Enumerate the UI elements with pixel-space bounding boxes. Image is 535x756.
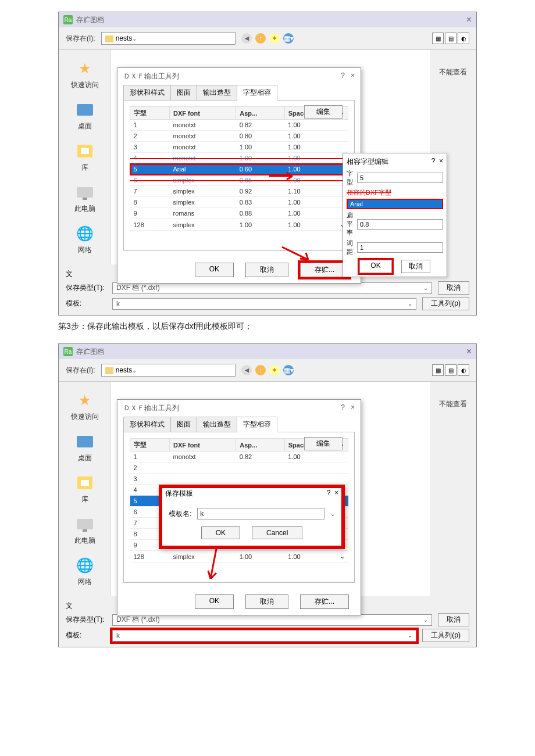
spacing-input[interactable] — [357, 242, 443, 253]
font-type-input[interactable] — [357, 173, 443, 183]
tab-shape[interactable]: 形状和样式 — [123, 417, 171, 432]
fontedit-close-icon[interactable]: × — [439, 157, 443, 165]
table-row[interactable]: 6simplex0.851.00 — [130, 175, 348, 186]
table-row[interactable]: 3 — [130, 474, 348, 485]
template-combo[interactable]: k⌄ — [112, 630, 416, 642]
window-title: 存贮图档 — [76, 347, 104, 357]
filebar-cancel-button[interactable]: 取消 — [438, 613, 469, 626]
table-row[interactable]: 128simplex1.001.00⌄ — [130, 219, 348, 231]
table-row-selected[interactable]: 5Arial0.601.00 — [130, 164, 348, 175]
dxf-cancel-button[interactable]: 取消 — [245, 263, 288, 277]
dxf-help-icon[interactable]: ? — [341, 403, 345, 411]
sidebar-thispc[interactable]: 此电脑 — [74, 515, 95, 546]
toolbar-button[interactable]: 工具列(p) — [422, 629, 469, 642]
view-1-button[interactable]: ▦ — [432, 364, 444, 376]
save-in-label: 保存在(I): — [66, 366, 95, 375]
toolbar-button[interactable]: 工具列(p) — [422, 297, 469, 310]
tab-layer[interactable]: 图面 — [170, 417, 197, 432]
tab-output[interactable]: 输出造型 — [197, 85, 237, 101]
dxf-cancel-button[interactable]: 取消 — [245, 594, 288, 609]
table-row[interactable]: 3monotxt1.001.00 — [130, 142, 348, 153]
tab-shape[interactable]: 形状和样式 — [123, 85, 171, 101]
nav-back-icon[interactable]: ◄ — [241, 365, 252, 375]
app-icon: Ra — [63, 347, 73, 356]
close-icon[interactable]: × — [466, 15, 472, 25]
sidebar-quick[interactable]: ★快速访问 — [71, 59, 99, 90]
dxf-close-icon[interactable]: × — [351, 403, 355, 411]
sidebar-thispc[interactable]: 此电脑 — [74, 183, 95, 214]
template-name-input[interactable] — [197, 508, 324, 519]
sidebar-network[interactable]: 🌐网络 — [76, 556, 94, 587]
fontedit-cancel-button[interactable]: 取消 — [401, 260, 430, 273]
sidebar-network[interactable]: 🌐网络 — [76, 224, 94, 255]
dxf-ok-button[interactable]: OK — [195, 594, 234, 609]
nav-up-icon[interactable]: ↑ — [255, 33, 266, 44]
nav-viewmenu-icon[interactable]: ▦▾ — [283, 33, 294, 44]
tab-output[interactable]: 输出造型 — [197, 417, 237, 432]
dxf-close-icon[interactable]: × — [351, 71, 355, 80]
nav-back-icon[interactable]: ◄ — [241, 33, 252, 44]
view-1-button[interactable]: ▦ — [432, 33, 444, 44]
font-edit-dialog: 相容字型编辑? × 字型 相容的DXF字型 扁平率 词距 OK取消 — [343, 153, 447, 277]
table-row[interactable]: 4monotxt1.001.00 — [130, 153, 348, 164]
table-row[interactable]: 2monotxt0.801.00 — [130, 131, 348, 142]
edit-button[interactable]: 编集 — [304, 437, 343, 450]
tab-layer[interactable]: 图面 — [170, 85, 197, 101]
path-combo[interactable]: nests⌄ — [101, 32, 236, 45]
table-row[interactable]: 9romans0.881.00 — [130, 208, 348, 219]
chevron-down-icon: ⌄ — [132, 367, 137, 374]
tab-font[interactable]: 字型相容 — [237, 417, 277, 432]
sidebar-library[interactable]: 库 — [76, 474, 94, 504]
titlebar: Ra存贮图档 × — [59, 344, 476, 359]
no-preview-label: 不能查看 — [439, 68, 467, 76]
savetpl-cancel-button[interactable]: Cancel — [252, 526, 302, 539]
save-template-dialog: 保存模板? × 模板名:⌄ OKCancel — [159, 485, 345, 549]
view-2-button[interactable]: ▤ — [445, 364, 456, 376]
app-icon: Ra — [63, 15, 73, 24]
flat-input[interactable] — [357, 219, 443, 230]
compat-font-input[interactable] — [347, 199, 443, 209]
nav-newfolder-icon[interactable]: ✦ — [269, 33, 280, 44]
nav-up-icon[interactable]: ↑ — [255, 365, 266, 375]
dxf-ok-button[interactable]: OK — [195, 263, 234, 277]
font-table: 字型DXF fontAsp...Space^ 1monotxt0.821.00 … — [130, 106, 348, 231]
close-icon[interactable]: × — [466, 346, 472, 357]
fontedit-ok-button[interactable]: OK — [359, 260, 391, 273]
table-row[interactable]: 1monotxt0.821.00 — [130, 120, 348, 131]
view-3-button[interactable]: ◐ — [458, 364, 469, 376]
table-row[interactable]: 1monotxt0.821.00 — [130, 452, 348, 463]
tab-font[interactable]: 字型相容 — [237, 85, 277, 101]
table-row[interactable]: 128simplex1.001.00⌄ — [130, 551, 348, 562]
window-title: 存贮图档 — [76, 15, 104, 25]
filebar-cancel-button[interactable]: 取消 — [438, 281, 469, 295]
dxf-save-button[interactable]: 存贮... — [300, 594, 349, 609]
nav-viewmenu-icon[interactable]: ▦▾ — [283, 365, 294, 375]
sidebar-library[interactable]: 库 — [76, 142, 94, 173]
no-preview-label: 不能查看 — [439, 400, 467, 408]
savetpl-ok-button[interactable]: OK — [201, 526, 240, 539]
sidebar-desktop[interactable]: 桌面 — [76, 432, 94, 463]
titlebar: Ra存贮图档 × — [59, 12, 476, 27]
chevron-down-icon: ⌄ — [132, 35, 137, 42]
fontedit-help-icon[interactable]: ? — [431, 157, 436, 165]
sidebar-desktop[interactable]: 桌面 — [76, 101, 94, 131]
nav-newfolder-icon[interactable]: ✦ — [269, 365, 280, 375]
dxf-help-icon[interactable]: ? — [341, 71, 345, 80]
step3-text: 第3步：保存此输出模板，以后保存dxf用此模板即可； — [58, 321, 477, 332]
savetpl-help-icon[interactable]: ? — [327, 489, 331, 497]
edit-button[interactable]: 编集 — [304, 105, 343, 119]
savetpl-close-icon[interactable]: × — [334, 489, 338, 497]
path-combo[interactable]: nests⌄ — [101, 364, 236, 377]
table-row[interactable]: 8simplex0.831.00 — [130, 197, 348, 208]
table-row[interactable]: 2 — [130, 463, 348, 474]
filetype-combo[interactable]: DXF 档 (*.dxf)⌄ — [112, 614, 432, 626]
filetype-combo[interactable]: DXF 档 (*.dxf)⌄ — [112, 282, 432, 294]
template-combo[interactable]: k⌄ — [112, 298, 416, 310]
dxf-tool-dialog: ＤＸＦ输出工具列?× 形状和样式 图面 输出造型 字型相容 编集 字型DXF f… — [117, 399, 361, 615]
save-in-label: 保存在(I): — [66, 34, 95, 44]
dxf-save-button[interactable]: 存贮... — [300, 263, 349, 277]
table-row[interactable]: 7simplex0.921.10 — [130, 186, 348, 197]
view-2-button[interactable]: ▤ — [445, 33, 456, 44]
view-3-button[interactable]: ◐ — [458, 33, 469, 44]
sidebar-quick[interactable]: ★快速访问 — [71, 391, 99, 422]
